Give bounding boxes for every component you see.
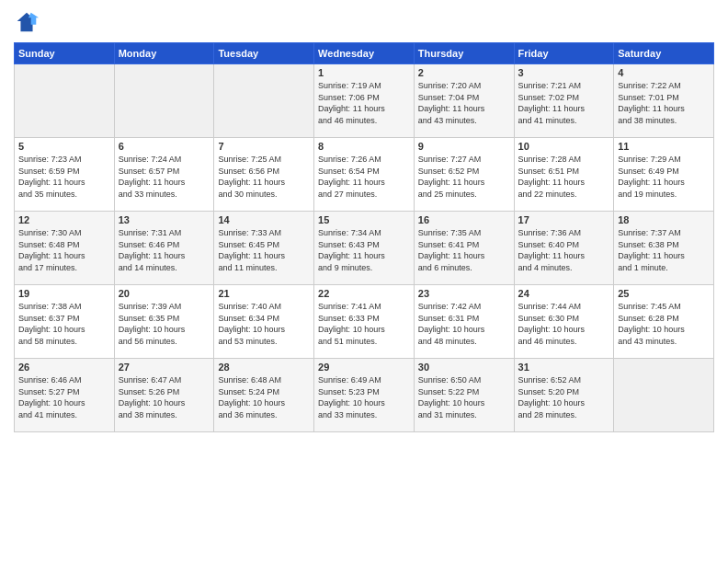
- day-number: 3: [518, 67, 610, 78]
- calendar-cell: 9Sunrise: 7:27 AMSunset: 6:52 PMDaylight…: [414, 138, 514, 212]
- day-number: 2: [418, 67, 510, 78]
- day-number: 23: [418, 288, 510, 299]
- calendar-cell: 18Sunrise: 7:37 AMSunset: 6:38 PMDayligh…: [614, 212, 714, 285]
- calendar-cell: 3Sunrise: 7:21 AMSunset: 7:02 PMDaylight…: [514, 64, 614, 138]
- calendar-cell: 20Sunrise: 7:39 AMSunset: 6:35 PMDayligh…: [114, 285, 214, 359]
- calendar-cell: 27Sunrise: 6:47 AMSunset: 5:26 PMDayligh…: [114, 359, 214, 432]
- day-info: Sunrise: 7:31 AMSunset: 6:46 PMDaylight:…: [119, 227, 210, 273]
- day-info: Sunrise: 6:49 AMSunset: 5:23 PMDaylight:…: [318, 374, 410, 420]
- calendar-week-row: 19Sunrise: 7:38 AMSunset: 6:37 PMDayligh…: [15, 285, 714, 359]
- day-number: 12: [18, 214, 110, 225]
- day-number: 28: [218, 362, 310, 373]
- calendar-cell: 10Sunrise: 7:28 AMSunset: 6:51 PMDayligh…: [514, 138, 614, 212]
- day-number: 9: [418, 141, 510, 152]
- calendar-cell: 17Sunrise: 7:36 AMSunset: 6:40 PMDayligh…: [514, 212, 614, 285]
- day-info: Sunrise: 7:25 AMSunset: 6:56 PMDaylight:…: [218, 154, 310, 200]
- weekday-header-friday: Friday: [514, 43, 614, 64]
- weekday-header-sunday: Sunday: [15, 43, 115, 64]
- calendar-week-row: 26Sunrise: 6:46 AMSunset: 5:27 PMDayligh…: [15, 359, 714, 432]
- calendar-cell: 1Sunrise: 7:19 AMSunset: 7:06 PMDaylight…: [314, 64, 415, 138]
- calendar-cell: 22Sunrise: 7:41 AMSunset: 6:33 PMDayligh…: [314, 285, 415, 359]
- day-number: 17: [518, 214, 610, 225]
- day-number: 14: [218, 214, 310, 225]
- day-number: 5: [18, 141, 110, 152]
- day-number: 7: [218, 141, 310, 152]
- generalblue-icon: [14, 9, 40, 35]
- day-number: 30: [418, 362, 510, 373]
- day-number: 27: [119, 362, 210, 373]
- day-info: Sunrise: 7:23 AMSunset: 6:59 PMDaylight:…: [18, 154, 110, 200]
- weekday-header-wednesday: Wednesday: [314, 43, 415, 64]
- day-info: Sunrise: 7:34 AMSunset: 6:43 PMDaylight:…: [318, 227, 410, 273]
- calendar-cell: 14Sunrise: 7:33 AMSunset: 6:45 PMDayligh…: [214, 212, 314, 285]
- calendar-cell: 23Sunrise: 7:42 AMSunset: 6:31 PMDayligh…: [414, 285, 514, 359]
- day-info: Sunrise: 7:21 AMSunset: 7:02 PMDaylight:…: [518, 80, 610, 126]
- day-number: 20: [119, 288, 210, 299]
- day-info: Sunrise: 6:48 AMSunset: 5:24 PMDaylight:…: [218, 374, 310, 420]
- day-info: Sunrise: 6:46 AMSunset: 5:27 PMDaylight:…: [18, 374, 110, 420]
- calendar-cell: 12Sunrise: 7:30 AMSunset: 6:48 PMDayligh…: [15, 212, 115, 285]
- day-info: Sunrise: 7:37 AMSunset: 6:38 PMDaylight:…: [618, 227, 710, 273]
- day-number: 1: [318, 67, 410, 78]
- day-number: 10: [518, 141, 610, 152]
- calendar-week-row: 12Sunrise: 7:30 AMSunset: 6:48 PMDayligh…: [15, 212, 714, 285]
- day-number: 18: [618, 214, 710, 225]
- calendar-cell: 29Sunrise: 6:49 AMSunset: 5:23 PMDayligh…: [314, 359, 415, 432]
- day-number: 4: [618, 67, 710, 78]
- weekday-header-tuesday: Tuesday: [214, 43, 314, 64]
- weekday-header-saturday: Saturday: [614, 43, 714, 64]
- weekday-header-monday: Monday: [114, 43, 214, 64]
- page: SundayMondayTuesdayWednesdayThursdayFrid…: [0, 0, 728, 563]
- calendar-cell: 28Sunrise: 6:48 AMSunset: 5:24 PMDayligh…: [214, 359, 314, 432]
- day-info: Sunrise: 7:19 AMSunset: 7:06 PMDaylight:…: [318, 80, 410, 126]
- day-number: 21: [218, 288, 310, 299]
- day-info: Sunrise: 7:27 AMSunset: 6:52 PMDaylight:…: [418, 154, 510, 200]
- day-info: Sunrise: 6:47 AMSunset: 5:26 PMDaylight:…: [119, 374, 210, 420]
- day-number: 8: [318, 141, 410, 152]
- day-info: Sunrise: 7:26 AMSunset: 6:54 PMDaylight:…: [318, 154, 410, 200]
- day-info: Sunrise: 7:38 AMSunset: 6:37 PMDaylight:…: [18, 301, 110, 347]
- day-number: 22: [318, 288, 410, 299]
- calendar-cell: 6Sunrise: 7:24 AMSunset: 6:57 PMDaylight…: [114, 138, 214, 212]
- calendar-cell: 7Sunrise: 7:25 AMSunset: 6:56 PMDaylight…: [214, 138, 314, 212]
- calendar-cell: 30Sunrise: 6:50 AMSunset: 5:22 PMDayligh…: [414, 359, 514, 432]
- day-info: Sunrise: 7:44 AMSunset: 6:30 PMDaylight:…: [518, 301, 610, 347]
- calendar-week-row: 5Sunrise: 7:23 AMSunset: 6:59 PMDaylight…: [15, 138, 714, 212]
- calendar-cell: 26Sunrise: 6:46 AMSunset: 5:27 PMDayligh…: [15, 359, 115, 432]
- day-number: 16: [418, 214, 510, 225]
- day-info: Sunrise: 7:28 AMSunset: 6:51 PMDaylight:…: [518, 154, 610, 200]
- calendar-cell: 13Sunrise: 7:31 AMSunset: 6:46 PMDayligh…: [114, 212, 214, 285]
- day-info: Sunrise: 6:52 AMSunset: 5:20 PMDaylight:…: [518, 374, 610, 420]
- calendar-cell: 11Sunrise: 7:29 AMSunset: 6:49 PMDayligh…: [614, 138, 714, 212]
- calendar-cell: 31Sunrise: 6:52 AMSunset: 5:20 PMDayligh…: [514, 359, 614, 432]
- calendar-cell: 8Sunrise: 7:26 AMSunset: 6:54 PMDaylight…: [314, 138, 415, 212]
- weekday-header-row: SundayMondayTuesdayWednesdayThursdayFrid…: [15, 43, 714, 64]
- calendar-week-row: 1Sunrise: 7:19 AMSunset: 7:06 PMDaylight…: [15, 64, 714, 138]
- day-info: Sunrise: 7:20 AMSunset: 7:04 PMDaylight:…: [418, 80, 510, 126]
- day-number: 29: [318, 362, 410, 373]
- day-number: 6: [119, 141, 210, 152]
- day-info: Sunrise: 7:29 AMSunset: 6:49 PMDaylight:…: [618, 154, 710, 200]
- calendar-cell: 25Sunrise: 7:45 AMSunset: 6:28 PMDayligh…: [614, 285, 714, 359]
- day-info: Sunrise: 7:22 AMSunset: 7:01 PMDaylight:…: [618, 80, 710, 126]
- day-number: 25: [618, 288, 710, 299]
- calendar-cell: 19Sunrise: 7:38 AMSunset: 6:37 PMDayligh…: [15, 285, 115, 359]
- day-info: Sunrise: 7:41 AMSunset: 6:33 PMDaylight:…: [318, 301, 410, 347]
- day-info: Sunrise: 7:42 AMSunset: 6:31 PMDaylight:…: [418, 301, 510, 347]
- day-number: 24: [518, 288, 610, 299]
- day-info: Sunrise: 7:30 AMSunset: 6:48 PMDaylight:…: [18, 227, 110, 273]
- day-number: 15: [318, 214, 410, 225]
- day-info: Sunrise: 7:40 AMSunset: 6:34 PMDaylight:…: [218, 301, 310, 347]
- weekday-header-thursday: Thursday: [414, 43, 514, 64]
- day-info: Sunrise: 7:35 AMSunset: 6:41 PMDaylight:…: [418, 227, 510, 273]
- calendar-cell: 2Sunrise: 7:20 AMSunset: 7:04 PMDaylight…: [414, 64, 514, 138]
- day-info: Sunrise: 7:36 AMSunset: 6:40 PMDaylight:…: [518, 227, 610, 273]
- day-info: Sunrise: 7:33 AMSunset: 6:45 PMDaylight:…: [218, 227, 310, 273]
- day-info: Sunrise: 6:50 AMSunset: 5:22 PMDaylight:…: [418, 374, 510, 420]
- calendar-cell: 16Sunrise: 7:35 AMSunset: 6:41 PMDayligh…: [414, 212, 514, 285]
- day-number: 31: [518, 362, 610, 373]
- calendar-cell: [214, 64, 314, 138]
- calendar-cell: 21Sunrise: 7:40 AMSunset: 6:34 PMDayligh…: [214, 285, 314, 359]
- calendar-table: SundayMondayTuesdayWednesdayThursdayFrid…: [14, 42, 714, 432]
- calendar-cell: [614, 359, 714, 432]
